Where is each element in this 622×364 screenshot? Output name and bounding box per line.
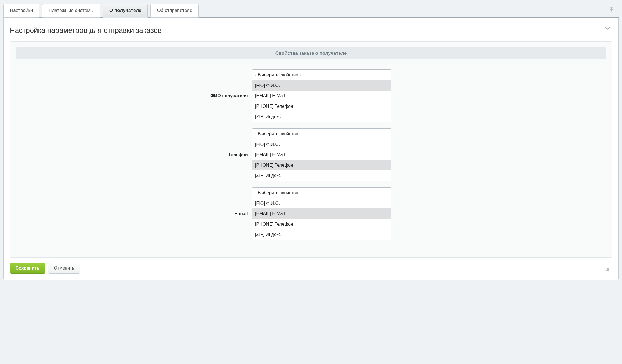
select-option[interactable]: [ZIP] Индекс — [252, 229, 391, 240]
collapse-icon[interactable] — [604, 26, 611, 30]
button-bar: Сохранить Отменить — [10, 263, 612, 274]
select-option[interactable]: [FIO] Ф.И.О. — [252, 80, 391, 91]
tab-about-recipient[interactable]: О получателе — [103, 4, 148, 18]
panel-title: Настройка параметров для отправки заказо… — [10, 26, 612, 35]
section-header: Свойства заказа о получателе — [16, 47, 606, 59]
select-option[interactable]: [FIO] Ф.И.О. — [252, 198, 391, 209]
select-email[interactable]: - Выберите свойство - [FIO] Ф.И.О. [EMAI… — [252, 187, 391, 240]
tab-payment-systems[interactable]: Платежные системы — [42, 4, 100, 18]
field-row-phone: Телефон: - Выберите свойство - [FIO] Ф.И… — [16, 128, 606, 181]
field-label-email: E-mail: — [16, 211, 252, 216]
field-label-phone-text: Телефон — [228, 152, 248, 157]
select-option[interactable]: - Выберите свойство - — [252, 188, 391, 198]
field-row-email: E-mail: - Выберите свойство - [FIO] Ф.И.… — [16, 187, 606, 240]
tab-settings[interactable]: Настройки — [3, 4, 39, 18]
field-row-fio: ФИО получателя: - Выберите свойство - [F… — [16, 69, 606, 122]
tabs-bar: Настройки Платежные системы О получателе… — [3, 3, 619, 17]
select-option[interactable]: - Выберите свойство - — [252, 70, 391, 80]
cancel-button[interactable]: Отменить — [48, 263, 80, 274]
select-option[interactable]: [PHONE] Телефон — [252, 160, 391, 171]
select-option[interactable]: [FIO] Ф.И.О. — [252, 139, 391, 150]
select-option[interactable]: [EMAIL] E-Mail — [252, 208, 391, 219]
field-label-phone: Телефон: — [16, 152, 252, 157]
form-box: Свойства заказа о получателе ФИО получат… — [10, 41, 612, 258]
settings-panel: Настройка параметров для отправки заказо… — [3, 17, 619, 280]
select-option[interactable]: [ZIP] Индекс — [252, 170, 391, 181]
select-option[interactable]: [EMAIL] E-Mail — [252, 91, 391, 101]
select-option[interactable]: [PHONE] Телефон — [252, 101, 391, 112]
select-option[interactable]: [EMAIL] E-Mail — [252, 149, 391, 160]
select-fio[interactable]: - Выберите свойство - [FIO] Ф.И.О. [EMAI… — [252, 69, 391, 122]
select-option[interactable]: [PHONE] Телефон — [252, 219, 391, 230]
field-label-email-text: E-mail — [235, 211, 248, 216]
save-button[interactable]: Сохранить — [10, 263, 45, 274]
field-label-fio-text: ФИО получателя — [210, 93, 248, 98]
pin-icon[interactable] — [606, 267, 611, 273]
tab-about-sender[interactable]: Об отправителе — [150, 4, 199, 18]
select-option[interactable]: - Выберите свойство - — [252, 129, 391, 139]
field-label-fio: ФИО получателя: — [16, 93, 252, 98]
select-option[interactable]: [ZIP] Индекс — [252, 111, 391, 122]
select-phone[interactable]: - Выберите свойство - [FIO] Ф.И.О. [EMAI… — [252, 128, 391, 181]
